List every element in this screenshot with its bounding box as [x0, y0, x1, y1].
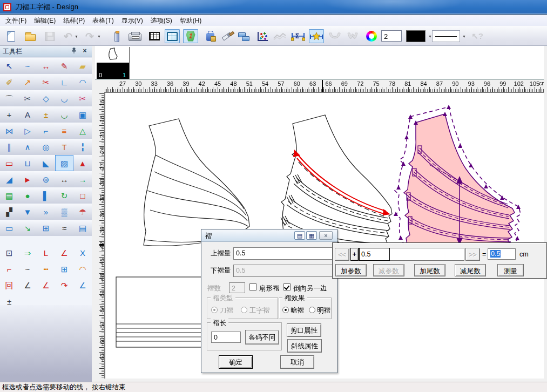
box-in-box-icon[interactable]: 回 [0, 277, 18, 293]
stretch-point-icon[interactable]: ↔ [37, 58, 55, 74]
stitch-lines-icon[interactable]: ≡ [55, 123, 73, 139]
curve-adjust-icon[interactable]: ~ [18, 58, 37, 74]
pleat-length-field[interactable]: 0 [211, 332, 241, 343]
text-tool-icon[interactable]: T [55, 139, 73, 155]
rainbow-arc-icon[interactable]: ◠ [73, 261, 92, 277]
add-tail-button[interactable]: 加尾数 [414, 264, 445, 276]
select-frame-icon[interactable]: ⊡ [0, 245, 18, 261]
patch-triangle-icon[interactable]: ▲ [73, 155, 92, 171]
angle-measure-icon[interactable]: ∠ [73, 277, 92, 293]
protractor-icon[interactable]: ◡ [55, 106, 73, 123]
curve-hooks-icon[interactable]: ≈ [55, 220, 73, 236]
swap-curve-icon[interactable]: ↷ [55, 277, 73, 293]
pleat-mountain-icon[interactable]: △ [73, 123, 92, 139]
rect-panel-icon[interactable]: ▭ [0, 220, 18, 236]
spray-button[interactable] [109, 29, 124, 43]
align-arrows-icon[interactable]: ⇒ [18, 245, 37, 261]
calculator-icon[interactable]: ▦ [306, 231, 317, 240]
fold-panel-icon[interactable]: ∥ [0, 139, 18, 155]
redo-button[interactable]: ↷ [82, 29, 97, 43]
sub-tail-button[interactable]: 减尾数 [455, 264, 486, 276]
seam-adjust-icon[interactable]: ± [0, 293, 18, 309]
pen-tool-icon[interactable]: ✐ [0, 74, 18, 90]
line-style-select[interactable] [432, 30, 460, 42]
undo-button[interactable]: ↶ [60, 29, 76, 43]
color-scissors-icon[interactable]: ✂ [73, 90, 92, 106]
curve-u1-button[interactable] [327, 29, 342, 43]
trace-curve-icon[interactable]: ~ [18, 261, 37, 277]
l-move-icon[interactable]: ⌐ [0, 261, 18, 277]
join-lines-icon[interactable]: X [73, 245, 92, 261]
palette-close-icon[interactable]: × [81, 48, 89, 55]
menu-item-0[interactable]: 文件(F) [2, 15, 30, 26]
shrink-pieces-icon[interactable]: » [37, 204, 55, 220]
select-tool-icon[interactable]: ↖ [0, 58, 18, 74]
color-wheel-button[interactable] [364, 29, 379, 43]
dialog-close-icon[interactable]: × [319, 231, 333, 240]
unfold-map-icon[interactable]: ▤ [0, 187, 18, 204]
grade-button[interactable]: 1 [183, 29, 198, 43]
angle-line-2-icon[interactable]: ∠ [37, 277, 55, 293]
slash-props-button[interactable]: 斜线属性 [287, 339, 322, 353]
save-button[interactable] [42, 29, 57, 43]
menu-item-3[interactable]: 表格(T) [89, 15, 117, 26]
dialog-title-bar[interactable]: 褶 ▤ ▦ × [201, 229, 337, 242]
dashed-piece-icon[interactable]: ▭ [0, 155, 18, 171]
rotate-piece-icon[interactable]: ↻ [55, 187, 73, 204]
merge-folders-button[interactable] [237, 29, 252, 43]
seam-marks-icon[interactable]: ╏ [73, 139, 92, 155]
pin-icon[interactable] [70, 48, 78, 55]
dark-pleat-radio[interactable] [282, 307, 289, 313]
expression-field[interactable]: 0.5 [359, 248, 464, 261]
expression-token[interactable]: 0.5 [359, 248, 390, 261]
plus-button[interactable]: + [350, 248, 359, 261]
bezier-points-icon[interactable]: ◡ [55, 90, 73, 106]
panel-curve-icon[interactable]: ◣ [37, 155, 55, 171]
line-width-field[interactable] [381, 30, 402, 42]
rotate-shapes-icon[interactable]: ▷ [18, 123, 37, 139]
umbrella-icon[interactable]: ☂ [73, 204, 92, 220]
compare-pieces-icon[interactable]: ▞ [0, 204, 18, 220]
corner-shape-icon[interactable]: ⌐ [37, 123, 55, 139]
upper-pleat-field[interactable]: 0.5 [233, 247, 334, 260]
light-pleat-radio[interactable] [309, 307, 315, 313]
button-tool-icon[interactable]: ⊚ [37, 171, 55, 187]
sub-param-button[interactable]: 减参数 [373, 264, 404, 276]
redo-caret[interactable]: ▼ [97, 35, 101, 38]
corner-arc-icon[interactable]: ∟ [55, 74, 73, 90]
menu-item-1[interactable]: 编辑(E) [30, 15, 59, 26]
ok-button[interactable]: 确定 [219, 355, 253, 369]
menu-item-2[interactable]: 纸样(P) [59, 15, 89, 26]
table-button[interactable] [147, 29, 162, 43]
diagonal-panel-icon[interactable]: ◢ [0, 171, 18, 187]
pocket-icon[interactable]: ⊔ [18, 155, 37, 171]
color-swatch[interactable] [406, 30, 426, 42]
menu-item-6[interactable]: 帮助(H) [176, 15, 206, 26]
arc-tool-icon[interactable]: ◠ [73, 74, 92, 90]
dart-move-icon[interactable]: ► [18, 171, 37, 187]
dart-fold-icon[interactable]: ▼ [18, 204, 37, 220]
open-file-button[interactable] [23, 29, 38, 43]
undo-caret[interactable]: ▼ [75, 35, 78, 38]
angle-line-1-icon[interactable]: ∠ [18, 277, 37, 293]
measure-1-2-icon[interactable]: ↘ [18, 220, 37, 236]
next-button[interactable]: >> [465, 248, 480, 261]
scissors-icon[interactable]: ✂ [18, 90, 37, 106]
style-bag-button[interactable] [202, 29, 218, 43]
star-line-button[interactable] [309, 29, 324, 43]
pleat-count-field[interactable]: 2 [229, 282, 245, 293]
context-help-button[interactable]: ↖? [470, 29, 485, 43]
pleat-tool-icon[interactable]: ▨ [55, 155, 73, 171]
pocket-box-icon[interactable]: ⊞ [55, 261, 73, 277]
seam-ribbon-icon[interactable]: ± [37, 106, 55, 123]
flip-pieces-icon[interactable]: ∠ [55, 245, 73, 261]
pattern-thumbnail[interactable]: 0 1 [97, 47, 130, 79]
measure-button[interactable]: 测量 [497, 264, 524, 276]
curve-u2-button[interactable] [345, 29, 360, 43]
fan-pleat-icon[interactable]: ∧ [18, 139, 37, 155]
measure-sum-button[interactable]: Σ [291, 29, 306, 43]
line-chart-button[interactable] [272, 29, 287, 43]
cross-point-icon[interactable]: + [0, 106, 18, 123]
plotter-button[interactable] [127, 29, 143, 43]
round-panel-icon[interactable]: ● [18, 187, 37, 204]
